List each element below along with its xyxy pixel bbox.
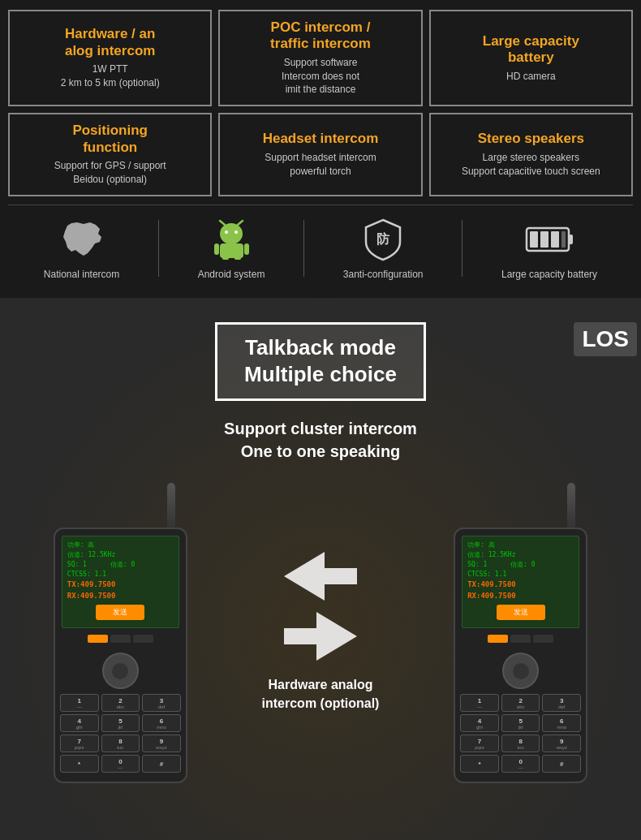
left-device-container: 功率: 高 信道: 12.5KHz SQ: 1 信道: 0 CTCSS: 1.1…	[54, 487, 187, 783]
left-key-hash[interactable]: #	[142, 755, 181, 773]
talkback-mode-box: Talkback mode Multiple choice	[215, 322, 426, 402]
left-screen-row-3: SQ: 1 信道: 0	[67, 560, 174, 570]
feature-poc-intercom-title: POC intercom /traffic intercom	[226, 19, 414, 53]
left-screen-row-4: CTCSS: 1.1	[67, 570, 174, 579]
svg-text:防: 防	[376, 231, 390, 246]
right-antenna	[567, 483, 575, 528]
left-key-3[interactable]: 3def	[142, 694, 181, 712]
svg-point-0	[220, 223, 243, 244]
right-key-row-3: 7pqrs 8tuv 9wxyz	[460, 734, 581, 752]
left-transmit-button[interactable]: 发送	[96, 605, 144, 620]
left-key-5[interactable]: 5jkl	[101, 714, 140, 732]
icon-anti-configuration: 防 3anti-configuration	[343, 218, 424, 280]
right-key-star[interactable]: *	[460, 755, 499, 773]
left-screen-rx: RX:409.7500	[67, 591, 174, 602]
feature-poc-intercom-subtitle: Support softwareIntercom does notimit th…	[226, 56, 414, 97]
left-nav-inner	[112, 663, 128, 679]
left-key-7[interactable]: 7pqrs	[60, 734, 99, 752]
right-key-row-1: 1— 2abc 3def	[460, 694, 581, 712]
left-key-row-4: * 0— #	[60, 755, 181, 773]
right-ctrl-btn-2	[510, 635, 531, 643]
left-ctrl-btn-2	[110, 635, 131, 643]
right-key-9[interactable]: 9wxyz	[542, 734, 581, 752]
right-key-0[interactable]: 0—	[501, 755, 540, 773]
android-icon	[207, 218, 256, 262]
left-ctrl-btn-3	[133, 635, 153, 643]
left-key-6[interactable]: 6mno	[142, 714, 181, 732]
right-key-2[interactable]: 2abc	[501, 694, 540, 712]
feature-headset-intercom-subtitle: Support headset intercompowerful torch	[226, 151, 414, 179]
right-screen-tx: TX:409.7500	[467, 579, 574, 591]
right-screen-row-1: 功率: 高	[467, 541, 574, 550]
left-screen-tx: TX:409.7500	[67, 579, 174, 591]
right-device-controls	[455, 631, 586, 646]
right-key-7[interactable]: 7pqrs	[460, 734, 499, 752]
national-intercom-label: National intercom	[44, 269, 119, 280]
feature-large-battery: Large capacitybattery HD camera	[429, 10, 633, 106]
feature-large-battery-subtitle: HD camera	[437, 70, 625, 84]
arrows-container: Hardware analog intercom (optional)	[262, 552, 380, 713]
feature-large-battery-title: Large capacitybattery	[437, 33, 625, 67]
right-device-screen: 功率: 高 信道: 12.5KHz SQ: 1 信道: 0 CTCSS: 1.1…	[462, 536, 579, 628]
left-ctrl-btn-1	[88, 635, 108, 643]
left-key-8[interactable]: 8tuv	[101, 734, 140, 752]
svg-rect-5	[220, 243, 243, 258]
left-device-keypad: 1— 2abc 3def 4ghi 5jkl 6mno 7pqrs	[55, 649, 186, 782]
svg-point-2	[234, 230, 238, 234]
right-key-row-4: * 0— #	[460, 755, 581, 773]
right-transmit-button[interactable]: 发送	[497, 605, 545, 620]
support-text-block: Support cluster intercom One to one spea…	[12, 417, 629, 463]
right-key-1[interactable]: 1—	[460, 694, 499, 712]
left-device-wrapper: 功率: 高 信道: 12.5KHz SQ: 1 信道: 0 CTCSS: 1.1…	[54, 528, 187, 783]
right-key-5[interactable]: 5jkl	[501, 714, 540, 732]
icon-divider-1	[158, 220, 159, 277]
svg-rect-12	[569, 235, 573, 244]
right-key-3[interactable]: 3def	[542, 694, 581, 712]
svg-line-3	[220, 221, 225, 225]
svg-rect-7	[244, 243, 249, 255]
right-nav-circle	[502, 653, 539, 689]
left-key-9[interactable]: 9wxyz	[142, 734, 181, 752]
right-screen-row-4: CTCSS: 1.1	[467, 570, 574, 579]
icon-android-system: Android system	[198, 218, 265, 280]
left-nav-circle	[102, 653, 139, 689]
right-screen-rx: RX:409.7500	[467, 591, 574, 602]
feature-positioning: Positioningfunction Support for GPS / su…	[8, 113, 212, 196]
features-grid: Hardware / analog intercom 1W PTT2 km to…	[8, 10, 633, 196]
right-key-6[interactable]: 6mno	[542, 714, 581, 732]
right-screen-row-3: SQ: 1 信道: 0	[467, 560, 574, 570]
right-key-hash[interactable]: #	[542, 755, 581, 773]
china-map-icon	[58, 218, 106, 262]
right-key-8[interactable]: 8tuv	[501, 734, 540, 752]
right-device-container: 功率: 高 信道: 12.5KHz SQ: 1 信道: 0 CTCSS: 1.1…	[454, 487, 587, 783]
right-key-row-2: 4ghi 5jkl 6mno	[460, 714, 581, 732]
svg-rect-6	[214, 243, 219, 255]
walkie-talkie-section: 功率: 高 信道: 12.5KHz SQ: 1 信道: 0 CTCSS: 1.1…	[12, 479, 629, 791]
hardware-analog-label: Hardware analog intercom (optional)	[262, 676, 380, 713]
feature-stereo-speakers-title: Stereo speakers	[437, 131, 625, 147]
left-key-2[interactable]: 2abc	[101, 694, 140, 712]
large-capacity-battery-label: Large capacity battery	[501, 269, 597, 280]
talkback-line1: Talkback mode	[234, 334, 407, 362]
svg-rect-16	[561, 231, 566, 248]
right-nav-inner	[513, 663, 529, 679]
feature-positioning-title: Positioningfunction	[16, 123, 204, 156]
left-key-4[interactable]: 4ghi	[60, 714, 99, 732]
icon-national-intercom: National intercom	[44, 218, 119, 280]
svg-rect-9	[234, 257, 241, 260]
talkback-line2: Multiple choice	[234, 361, 407, 389]
feature-hardware-intercom-subtitle: 1W PTT2 km to 5 km (optional)	[16, 62, 204, 90]
left-key-0[interactable]: 0—	[101, 755, 140, 773]
los-badge: LOS	[574, 322, 637, 356]
battery-large-icon	[525, 218, 574, 262]
icon-large-capacity-battery: Large capacity battery	[501, 218, 597, 280]
feature-positioning-subtitle: Support for GPS / supportBeidou (optiona…	[16, 159, 204, 187]
icons-row: National intercom	[8, 205, 633, 288]
left-key-1[interactable]: 1—	[60, 694, 99, 712]
svg-rect-15	[551, 231, 559, 248]
right-key-4[interactable]: 4ghi	[460, 714, 499, 732]
left-device-controls	[55, 631, 186, 646]
left-antenna	[167, 483, 175, 528]
left-key-star[interactable]: *	[60, 755, 99, 773]
right-device-wrapper: 功率: 高 信道: 12.5KHz SQ: 1 信道: 0 CTCSS: 1.1…	[454, 528, 587, 783]
